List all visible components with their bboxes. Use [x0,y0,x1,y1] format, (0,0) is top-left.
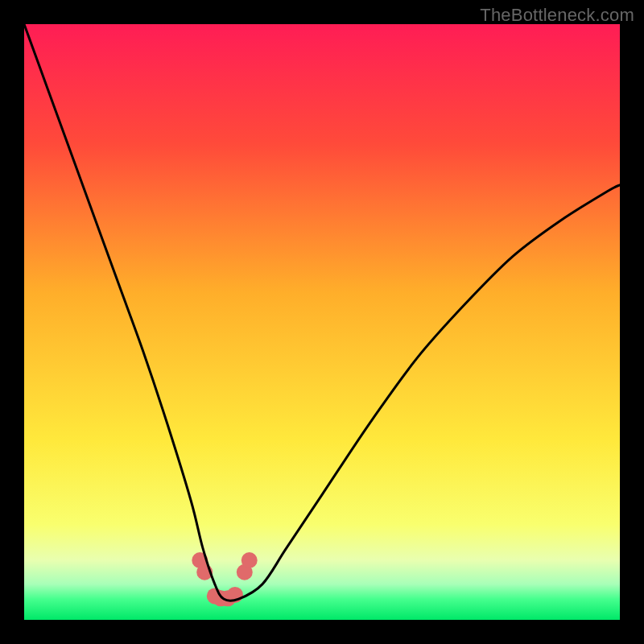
chart-frame: TheBottleneck.com [0,0,644,644]
plot-area [24,24,620,620]
trough-marker [242,552,258,568]
watermark-text: TheBottleneck.com [480,5,634,26]
chart-svg [24,24,620,620]
gradient-background [24,24,620,620]
